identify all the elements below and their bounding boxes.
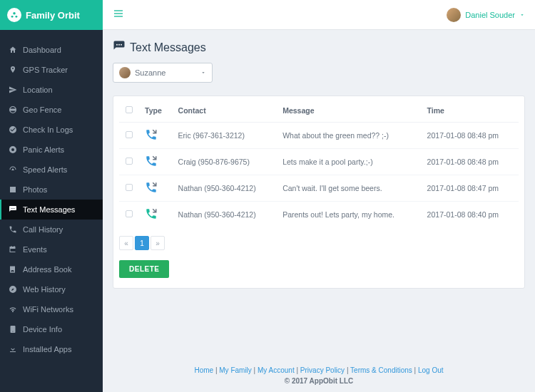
footer-link[interactable]: Home [194, 366, 213, 374]
check-circle-icon [9, 125, 17, 134]
footer-link[interactable]: Log Out [418, 366, 444, 374]
globe-icon [9, 105, 17, 114]
pin-icon [9, 66, 17, 74]
pager-page-1[interactable]: 1 [135, 236, 149, 250]
row-contact: Eric (967-361-3212) [173, 123, 277, 149]
sidebar-item-label: Speed Alerts [23, 165, 67, 174]
pager-prev[interactable]: « [119, 236, 133, 250]
sidebar-item-label: Photos [23, 185, 47, 194]
phone-out-icon [145, 213, 158, 222]
row-message: What about the green med?? ;-) [277, 123, 421, 149]
separator: | [345, 366, 350, 374]
row-type [139, 149, 173, 175]
sidebar-item-dashboard[interactable]: Dashboard [0, 40, 103, 60]
row-checkbox[interactable] [119, 123, 139, 149]
sidebar-item-label: Address Book [23, 265, 71, 274]
sidebar-item-gps-tracker[interactable]: GPS Tracker [0, 60, 103, 80]
checkbox-icon [126, 106, 133, 113]
family-member-select[interactable]: Suzanne [113, 63, 213, 83]
copyright: © 2017 AppObit LLC [103, 377, 535, 385]
wifi-icon [9, 305, 17, 314]
sidebar-item-location[interactable]: Location [0, 80, 103, 100]
row-time: 2017-01-08 08:40 pm [422, 202, 519, 228]
row-checkbox[interactable] [119, 202, 139, 228]
svg-rect-8 [114, 16, 123, 16]
checkbox-icon [126, 210, 133, 217]
page-title: Text Messages [130, 41, 206, 54]
row-contact: Craig (950-876-9675) [173, 149, 277, 175]
content: Text Messages Suzanne Type [103, 30, 535, 359]
row-time: 2017-01-08 08:48 pm [422, 123, 519, 149]
col-contact: Contact [173, 99, 277, 123]
sidebar-item-panic-alerts[interactable]: Panic Alerts [0, 140, 103, 160]
row-type [139, 175, 173, 202]
table-row: Eric (967-361-3212) What about the green… [119, 123, 519, 149]
sidebar-item-label: Web History [23, 285, 66, 294]
speech-icon [113, 40, 126, 56]
sidebar-item-call-history[interactable]: Call History [0, 220, 103, 239]
device-icon [9, 325, 17, 334]
footer-link[interactable]: Privacy Policy [300, 366, 345, 374]
user-name: Daniel Souder [465, 11, 515, 19]
select-all-header[interactable] [119, 99, 139, 123]
hamburger-icon[interactable] [113, 8, 124, 21]
brand-name: Family Orbit [26, 10, 80, 21]
row-contact: Nathan (950-360-4212) [173, 175, 277, 202]
user-menu[interactable]: Daniel Souder [447, 8, 525, 22]
row-time: 2017-01-08 08:47 pm [422, 175, 519, 202]
row-checkbox[interactable] [119, 149, 139, 175]
main: Daniel Souder Text Messages Suzanne [103, 0, 535, 392]
svg-point-5 [14, 208, 14, 209]
nav: DashboardGPS TrackerLocationGeo FenceChe… [0, 30, 103, 392]
contacts-icon [9, 265, 17, 274]
sidebar-item-geo-fence[interactable]: Geo Fence [0, 100, 103, 120]
sidebar-item-wifi-networks[interactable]: WiFi Networks [0, 299, 103, 319]
sidebar-item-check-in-logs[interactable]: Check In Logs [0, 120, 103, 140]
sidebar-item-label: Location [23, 86, 53, 94]
sidebar-item-text-messages[interactable]: Text Messages [0, 200, 103, 220]
messages-card: Type Contact Message Time Eric (967-361-… [113, 96, 525, 289]
brand[interactable]: Family Orbit [0, 0, 103, 30]
sidebar-item-web-history[interactable]: Web History [0, 279, 103, 299]
checkbox-icon [126, 158, 133, 165]
sidebar: Family Orbit DashboardGPS TrackerLocatio… [0, 0, 103, 392]
footer-link[interactable]: My Account [258, 366, 295, 374]
topbar: Daniel Souder [103, 0, 535, 30]
footer-link[interactable]: My Family [219, 366, 252, 374]
table-row: Nathan (950-360-4212) Can't wait. I'll g… [119, 175, 519, 202]
send-icon [9, 86, 17, 94]
sidebar-item-label: Panic Alerts [23, 145, 64, 154]
phone-in-icon [145, 160, 158, 169]
sidebar-item-label: Installed Apps [23, 345, 72, 354]
pager-next[interactable]: » [151, 236, 165, 250]
speech-icon [9, 205, 17, 214]
sidebar-item-address-book[interactable]: Address Book [0, 259, 103, 279]
footer-link[interactable]: Terms & Conditions [350, 366, 412, 374]
svg-rect-6 [114, 10, 123, 11]
sidebar-item-installed-apps[interactable]: Installed Apps [0, 339, 103, 359]
delete-button[interactable]: DELETE [119, 260, 169, 278]
footer-links: Home | My Family | My Account | Privacy … [103, 366, 535, 374]
sidebar-item-speed-alerts[interactable]: Speed Alerts [0, 160, 103, 180]
row-message: Can't wait. I'll get some beers. [277, 175, 421, 202]
svg-point-0 [13, 12, 16, 15]
download-icon [9, 345, 17, 354]
sidebar-item-events[interactable]: Events [0, 239, 103, 259]
sidebar-item-photos[interactable]: Photos [0, 180, 103, 200]
chevron-down-icon [519, 11, 525, 19]
row-checkbox[interactable] [119, 175, 139, 202]
sidebar-item-label: Text Messages [23, 205, 75, 214]
svg-point-9 [116, 44, 118, 46]
svg-point-3 [11, 208, 11, 209]
separator: | [295, 366, 300, 374]
compass-icon [9, 285, 17, 294]
row-contact: Nathan (950-360-4212) [173, 202, 277, 228]
sidebar-item-label: WiFi Networks [23, 305, 73, 314]
sidebar-item-label: Geo Fence [23, 105, 61, 114]
svg-rect-7 [114, 13, 123, 14]
footer: Home | My Family | My Account | Privacy … [103, 359, 535, 392]
checkbox-icon [126, 131, 133, 138]
sidebar-item-device-info[interactable]: Device Info [0, 319, 103, 339]
calendar-icon [9, 245, 17, 254]
phone-in-icon [145, 187, 158, 195]
